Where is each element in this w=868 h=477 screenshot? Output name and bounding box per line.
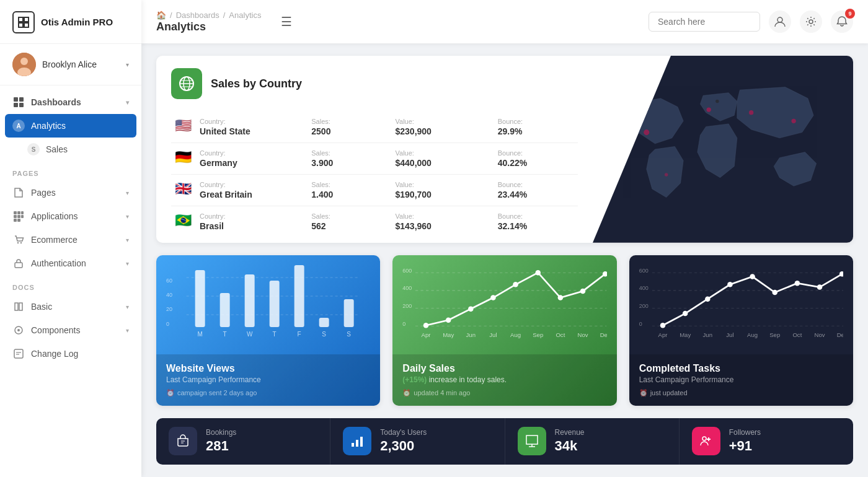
sidebar-item-components[interactable]: Components ▾ bbox=[0, 318, 141, 342]
svg-text:Jul: Jul bbox=[490, 331, 497, 338]
svg-rect-21 bbox=[15, 263, 22, 268]
completed-tasks-info: Completed Tasks Last Campaign Performanc… bbox=[629, 354, 853, 406]
svg-rect-9 bbox=[14, 103, 18, 107]
svg-text:M: M bbox=[198, 331, 203, 338]
svg-point-64 bbox=[491, 295, 497, 300]
svg-point-38 bbox=[791, 119, 795, 123]
svg-text:Dec: Dec bbox=[836, 331, 843, 338]
notifications-button[interactable]: 9 bbox=[831, 11, 853, 33]
country-name: Brasil bbox=[200, 221, 304, 231]
svg-rect-24 bbox=[14, 349, 23, 358]
svg-text:S: S bbox=[347, 331, 351, 338]
svg-text:Sep: Sep bbox=[769, 331, 780, 338]
sidebar-changelog-label: Change Log bbox=[31, 349, 78, 359]
value-amount: $440,000 bbox=[396, 158, 490, 168]
sales-country-title: Sales by Country bbox=[211, 77, 302, 90]
country-label: Country: bbox=[200, 212, 304, 220]
table-row: 🇺🇸 Country: United State Sales: 2500 Val… bbox=[171, 112, 578, 143]
table-row: 🇩🇪 Country: Germany Sales: 3.900 Value: … bbox=[171, 143, 578, 175]
svg-text:S: S bbox=[322, 331, 326, 338]
country-flag: 🇧🇷 bbox=[175, 212, 192, 228]
website-views-title: Website Views bbox=[166, 363, 370, 374]
country-label: Country: bbox=[200, 149, 304, 157]
bounce-value: 29.9% bbox=[498, 126, 574, 136]
notification-badge: 9 bbox=[845, 9, 855, 19]
svg-text:Oct: Oct bbox=[556, 331, 565, 338]
basic-icon bbox=[12, 300, 25, 313]
dashboards-icon bbox=[12, 96, 25, 108]
svg-point-27 bbox=[777, 17, 782, 22]
svg-text:T: T bbox=[223, 331, 227, 338]
country-flag: 🇩🇪 bbox=[175, 149, 192, 165]
svg-point-85 bbox=[705, 296, 711, 302]
bounce-label: Bounce: bbox=[498, 118, 574, 125]
sidebar-item-dashboards[interactable]: Dashboards ▾ bbox=[0, 90, 141, 114]
completed-tasks-footer: ⏰ just updated bbox=[639, 389, 843, 397]
hamburger-menu[interactable]: ☰ bbox=[281, 14, 292, 29]
applications-icon bbox=[12, 210, 25, 222]
svg-rect-17 bbox=[14, 219, 17, 222]
svg-rect-48 bbox=[319, 318, 329, 327]
ct-y-0: 0 bbox=[639, 321, 649, 327]
docs-section-label: DOCS bbox=[0, 275, 141, 295]
sidebar-item-applications[interactable]: Applications ▾ bbox=[0, 204, 141, 228]
sidebar-item-analytics[interactable]: A Analytics bbox=[5, 114, 136, 138]
sidebar-basic-label: Basic bbox=[31, 302, 52, 312]
svg-rect-103 bbox=[360, 437, 363, 447]
value-amount: $190,700 bbox=[396, 190, 490, 199]
svg-text:Jul: Jul bbox=[726, 331, 733, 338]
sidebar-ecommerce-label: Ecommerce bbox=[31, 235, 78, 245]
header: 🏠 / Dashboards / Analytics Analytics ☰ 9 bbox=[141, 0, 868, 43]
svg-text:May: May bbox=[680, 331, 691, 338]
daily-sales-info: Daily Sales (+15%) increase in today sal… bbox=[392, 354, 616, 406]
sidebar: Otis Admin PRO Brooklyn Alice ▾ Dashboar… bbox=[0, 0, 141, 477]
sidebar-user[interactable]: Brooklyn Alice ▾ bbox=[0, 44, 141, 85]
table-row: 🇧🇷 Country: Brasil Sales: 562 Value: $14… bbox=[171, 206, 578, 238]
settings-button[interactable] bbox=[800, 11, 822, 33]
search-input[interactable] bbox=[649, 12, 760, 32]
svg-rect-1 bbox=[24, 17, 29, 22]
sidebar-item-ecommerce[interactable]: Ecommerce ▾ bbox=[0, 228, 141, 252]
daily-sales-footer: ⏰ updated 4 min ago bbox=[402, 389, 606, 397]
value-label: Value: bbox=[396, 149, 490, 157]
sidebar-item-pages[interactable]: Pages ▾ bbox=[0, 181, 141, 204]
website-views-footer: ⏰ campaign sent 2 days ago bbox=[166, 389, 370, 397]
sidebar-dashboards-label: Dashboards bbox=[31, 97, 81, 107]
user-profile-button[interactable] bbox=[769, 11, 791, 33]
svg-point-62 bbox=[446, 317, 451, 323]
bookings-value: 281 bbox=[206, 438, 236, 454]
stats-row: Bookings 281 Today's Users 2,300 Reven bbox=[156, 418, 853, 465]
svg-point-83 bbox=[660, 323, 665, 328]
value-label: Value: bbox=[396, 212, 490, 220]
value-amount: $230,900 bbox=[396, 126, 490, 136]
daily-sales-subtitle-text: increase in today sales. bbox=[427, 375, 507, 384]
website-views-card: 60 40 20 0 bbox=[156, 255, 380, 406]
bounce-label: Bounce: bbox=[498, 181, 574, 188]
breadcrumb-analytics: Analytics bbox=[229, 11, 261, 20]
sidebar-item-changelog[interactable]: Change Log bbox=[0, 342, 141, 365]
users-value: 2,300 bbox=[380, 438, 427, 454]
sidebar-logo: Otis Admin PRO bbox=[0, 0, 141, 44]
revenue-value: 34k bbox=[555, 438, 585, 454]
sidebar-pages-label: Pages bbox=[31, 188, 56, 198]
completed-tasks-svg: Apr May Jun Jul Aug Sep Oct Nov Dec bbox=[652, 265, 843, 339]
clock-icon-3: ⏰ bbox=[639, 389, 648, 397]
sidebar-item-sales[interactable]: S Sales bbox=[0, 138, 141, 161]
svg-rect-7 bbox=[14, 97, 18, 102]
stat-revenue: Revenue 34k bbox=[505, 418, 680, 465]
sidebar-sales-label: Sales bbox=[46, 144, 68, 154]
bar-chart-svg: M T W T F S S bbox=[176, 265, 370, 339]
sidebar-item-authentication[interactable]: Authentication ▾ bbox=[0, 252, 141, 275]
svg-point-39 bbox=[665, 173, 668, 176]
basic-chevron-icon: ▾ bbox=[126, 304, 129, 310]
applications-chevron-icon: ▾ bbox=[126, 213, 129, 220]
svg-text:May: May bbox=[443, 331, 454, 338]
svg-point-28 bbox=[809, 20, 813, 24]
sidebar-item-basic[interactable]: Basic ▾ bbox=[0, 295, 141, 318]
svg-rect-10 bbox=[19, 103, 24, 107]
sales-label: Sales: bbox=[311, 118, 388, 125]
svg-rect-44 bbox=[220, 293, 230, 327]
logo-icon bbox=[12, 11, 35, 33]
ecommerce-chevron-icon: ▾ bbox=[126, 237, 129, 243]
daily-sales-highlight: (+15%) bbox=[402, 375, 427, 384]
